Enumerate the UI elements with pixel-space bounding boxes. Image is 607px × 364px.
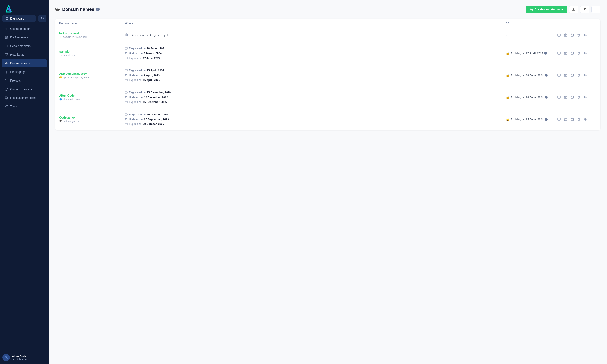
history-button[interactable] xyxy=(583,32,588,38)
svg-rect-127 xyxy=(566,119,566,119)
svg-rect-106 xyxy=(565,97,566,97)
notifications-button[interactable] xyxy=(38,15,46,22)
calendar-icon xyxy=(571,95,574,99)
domain-name-link[interactable]: App LemonSqueezy xyxy=(59,72,125,75)
history-icon xyxy=(584,74,587,77)
domain-name-link[interactable]: Sample xyxy=(59,50,125,53)
more-options-button[interactable]: ⋮ xyxy=(589,94,596,101)
calendar-button[interactable] xyxy=(570,51,575,56)
dashboard-button[interactable]: Dashboard xyxy=(2,15,36,22)
monitor-button[interactable] xyxy=(556,73,562,78)
domain-url: 🔷 altumcode.com xyxy=(59,98,125,101)
building-button[interactable] xyxy=(563,94,568,100)
ssl-info-badge[interactable]: i xyxy=(545,96,548,99)
sidebar-item-uptime-monitors[interactable]: Uptime monitors xyxy=(2,25,47,33)
more-options-button[interactable]: ⋮ xyxy=(589,50,596,56)
calendar-small-icon2 xyxy=(125,79,128,81)
monitor-button[interactable] xyxy=(556,32,562,38)
title-info-badge[interactable]: i xyxy=(96,8,100,11)
avatar xyxy=(2,354,10,361)
more-options-button[interactable]: ⋮ xyxy=(589,72,596,78)
dashboard-section: Dashboard xyxy=(0,15,49,23)
filter-button[interactable] xyxy=(580,6,589,13)
grid-icon xyxy=(5,17,9,20)
user-profile[interactable]: AltumCode hey@altum.dev xyxy=(0,351,49,364)
more-options-button[interactable]: ⋮ xyxy=(589,32,596,39)
svg-rect-65 xyxy=(565,52,567,54)
favicon: ▷ xyxy=(59,54,62,57)
bell-icon xyxy=(41,17,44,20)
monitor-icon xyxy=(557,95,561,99)
svg-marker-35 xyxy=(583,8,586,11)
svg-rect-45 xyxy=(565,34,567,36)
whois-cell: Registered on 15 December, 2019 Updated … xyxy=(125,90,506,104)
page-title: Domain names i xyxy=(62,7,100,12)
delete-button[interactable] xyxy=(576,51,581,56)
calendar-button[interactable] xyxy=(570,73,575,78)
calendar-button[interactable] xyxy=(570,94,575,100)
building-button[interactable] xyxy=(563,51,568,56)
delete-button[interactable] xyxy=(576,117,581,122)
calendar-button[interactable] xyxy=(570,32,575,38)
sidebar-item-domain-names[interactable]: Domain names xyxy=(2,59,47,67)
monitor-button[interactable] xyxy=(556,94,562,100)
whois-cell: Registered on 18 June, 1997 Updated on 9… xyxy=(125,46,506,60)
monitor-button[interactable] xyxy=(556,51,562,56)
domain-name-link[interactable]: Codecanyon xyxy=(59,116,125,119)
sidebar-item-custom-domains[interactable]: Custom domains xyxy=(2,85,47,93)
ssl-cell: 🔒 Expiring on 26 June, 2024 i xyxy=(506,95,559,99)
history-button[interactable] xyxy=(583,51,588,56)
history-icon xyxy=(584,52,587,55)
sidebar-item-tools[interactable]: Tools xyxy=(2,102,47,111)
calendar-icon xyxy=(571,118,574,121)
dns-icon xyxy=(4,36,8,39)
ssl-info-badge[interactable]: i xyxy=(545,118,548,121)
sidebar-item-projects[interactable]: Projects xyxy=(2,77,47,85)
svg-rect-4 xyxy=(6,19,7,20)
ssl-lock-icon: 🔒 xyxy=(506,95,509,99)
building-button[interactable] xyxy=(563,117,568,122)
building-button[interactable] xyxy=(563,32,568,38)
favicon: 🍋 xyxy=(59,76,62,79)
svg-rect-58 xyxy=(125,57,127,59)
calendar-small-icon2 xyxy=(125,101,128,103)
monitor-button[interactable] xyxy=(556,117,562,122)
sidebar-item-notification-handlers[interactable]: Notification handlers xyxy=(2,94,47,102)
ssl-info-badge[interactable]: i xyxy=(545,74,548,77)
domain-url: ▷ sample.com xyxy=(59,54,125,57)
ssl-info-badge[interactable]: i xyxy=(544,52,547,55)
delete-button[interactable] xyxy=(576,94,581,100)
calendar-small-icon xyxy=(125,113,128,116)
domain-name-link[interactable]: Not registered xyxy=(59,32,125,35)
delete-button[interactable] xyxy=(576,73,581,78)
sidebar-item-dns-monitors[interactable]: DNS monitors xyxy=(2,33,47,41)
domain-cell: Not registered ▷ domain12345667.com xyxy=(59,32,125,39)
svg-rect-68 xyxy=(571,52,574,54)
domain-cell: Sample ▷ sample.com xyxy=(59,50,125,57)
svg-rect-108 xyxy=(571,96,574,98)
columns-button[interactable] xyxy=(591,6,600,13)
svg-rect-66 xyxy=(565,53,566,53)
history-button[interactable] xyxy=(583,73,588,78)
sidebar-item-heartbeats[interactable]: Heartbeats xyxy=(2,51,47,59)
actions-cell: ⋮ xyxy=(559,72,596,78)
monitor-icon xyxy=(557,74,561,77)
download-button[interactable] xyxy=(569,6,578,13)
create-domain-button[interactable]: Create domain name xyxy=(526,6,567,13)
history-button[interactable] xyxy=(583,117,588,122)
building-button[interactable] xyxy=(563,73,568,78)
delete-button[interactable] xyxy=(576,32,581,38)
svg-rect-42 xyxy=(558,34,561,36)
svg-rect-125 xyxy=(565,118,567,121)
calendar-button[interactable] xyxy=(570,117,575,122)
sidebar-item-status-pages[interactable]: Status pages xyxy=(2,68,47,76)
sidebar-item-server-monitors[interactable]: Server monitors xyxy=(2,42,47,50)
refresh-icon xyxy=(125,74,128,77)
history-button[interactable] xyxy=(583,94,588,100)
svg-rect-78 xyxy=(125,79,127,81)
app-logo xyxy=(4,4,13,13)
more-options-button[interactable]: ⋮ xyxy=(589,116,596,123)
domain-name-link[interactable]: AltumCode xyxy=(59,94,125,97)
table-row: Sample ▷ sample.com Registered on 18 Jun… xyxy=(55,42,600,64)
ssl-lock-icon: 🔒 xyxy=(506,118,509,121)
